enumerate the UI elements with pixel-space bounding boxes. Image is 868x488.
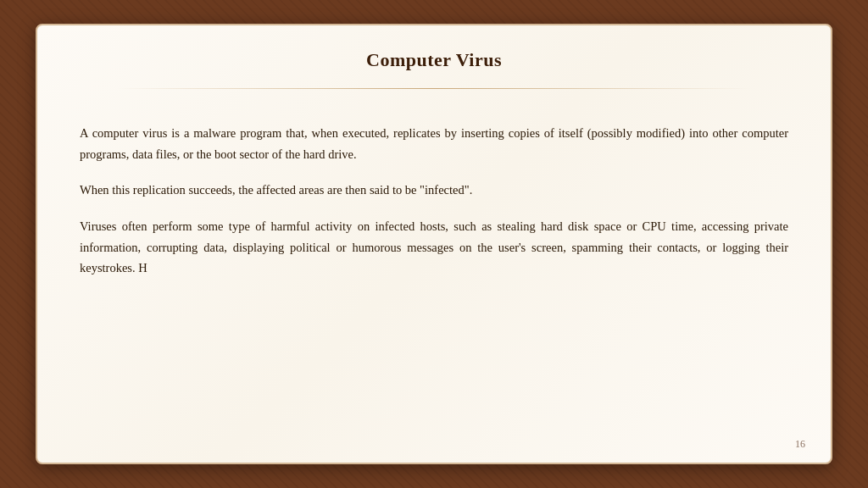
slide-body: A computer virus is a malware program th… — [37, 106, 831, 463]
paragraph-3: Viruses often perform some type of harmf… — [80, 216, 788, 279]
slide-header: Computer Virus — [37, 25, 831, 88]
paragraph-1: A computer virus is a malware program th… — [80, 123, 788, 164]
slide-footer: 16 — [795, 438, 805, 451]
slide-container: Computer Virus A computer virus is a mal… — [36, 24, 832, 464]
paragraph-2: When this replication succeeds, the affe… — [80, 180, 788, 201]
page-number: 16 — [795, 438, 805, 450]
header-divider — [117, 88, 752, 89]
slide-title: Computer Virus — [71, 49, 797, 71]
